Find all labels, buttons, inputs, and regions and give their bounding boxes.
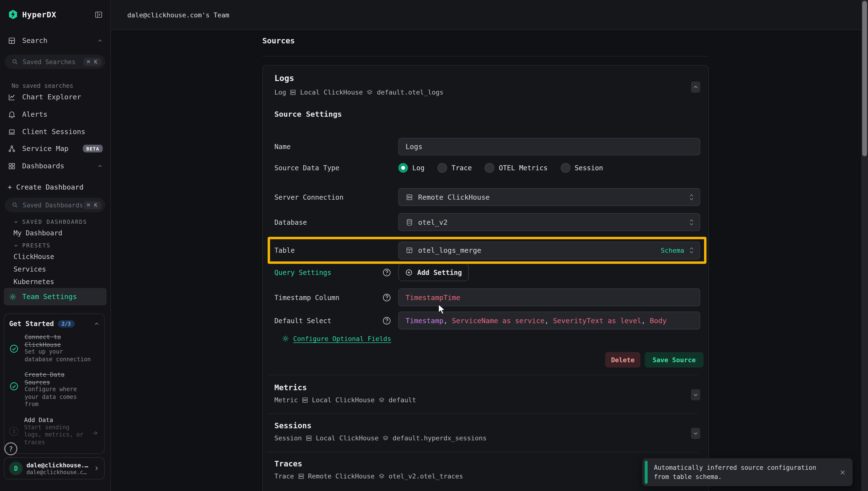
create-dashboard-button[interactable]: + Create Dashboard (0, 178, 111, 196)
expand-metrics-button[interactable] (691, 389, 700, 400)
sql-token: , (443, 317, 452, 324)
query-settings-text: Query Settings (274, 268, 331, 276)
radio-session[interactable]: Session (561, 163, 603, 173)
gear-icon (9, 292, 17, 301)
sidebar-item-my-dashboard[interactable]: My Dashboard (0, 227, 111, 239)
delete-label: Delete (611, 356, 635, 364)
search-icon (11, 202, 18, 208)
sidebar-item-label: Dashboards (22, 162, 64, 170)
beta-badge: BETA (83, 145, 103, 152)
step-title: Connect to ClickHouse (25, 333, 93, 348)
sidebar-item-label: Service Map (22, 145, 68, 152)
step-title: Create Data Sources (25, 371, 93, 386)
check-circle-icon (9, 381, 19, 408)
get-started-header[interactable]: Get Started 2/3 (9, 320, 99, 327)
team-settings-label: Team Settings (22, 293, 77, 300)
shortcut-badge: ⌘ K (83, 201, 101, 209)
step-number-badge: 3 (9, 427, 18, 436)
divider (262, 56, 709, 56)
close-icon[interactable] (840, 469, 846, 475)
scrollbar-thumb[interactable] (862, 1, 867, 156)
sidebar-item-chart-explorer[interactable]: Chart Explorer (0, 88, 111, 106)
sidebar-item-services[interactable]: Services (0, 263, 111, 276)
chevron-up-icon[interactable] (97, 163, 103, 169)
database-row: Database otel_v2 (274, 213, 700, 231)
help-circle-icon[interactable] (382, 316, 392, 325)
sidebar-item-team-settings[interactable]: Team Settings (4, 288, 107, 305)
add-setting-button[interactable]: Add Setting (398, 263, 469, 281)
help-circle-icon[interactable] (382, 267, 392, 277)
source-server: Remote ClickHouse (308, 472, 375, 480)
saved-dashboards-input[interactable]: Saved Dashboards ⌘ K (5, 198, 105, 212)
get-started-step-3[interactable]: 3 Add Data Start sending logs, metrics, … (9, 416, 99, 446)
chevron-down-icon (13, 220, 18, 224)
timestamp-column-label: Timestamp Column (274, 292, 398, 302)
sidebar-item-alerts[interactable]: Alerts (0, 106, 111, 123)
source-type: Log (274, 88, 286, 96)
sidebar-item-kubernetes[interactable]: Kubernetes (0, 276, 111, 288)
collapse-logs-button[interactable] (691, 82, 700, 93)
traces-section: Traces Trace Remote ClickHouse otel_v2.o… (274, 459, 700, 480)
get-started-step-2[interactable]: Create Data Sources Configure where your… (9, 371, 99, 408)
arrow-right-icon (92, 430, 98, 436)
sidebar-item-service-map[interactable]: Service Map BETA (0, 140, 111, 157)
group-presets[interactable]: PRESETS (0, 241, 111, 250)
gear-icon (281, 335, 289, 342)
chevron-up-icon[interactable] (94, 321, 99, 326)
logo-row: HyperDX (0, 6, 111, 23)
database-select[interactable]: otel_v2 (398, 213, 700, 231)
delete-button[interactable]: Delete (605, 352, 640, 368)
timestamp-column-input[interactable]: TimestampTime (398, 288, 700, 306)
sessions-subtitle: Session Local ClickHouse default.hyperdx… (274, 434, 700, 442)
sidebar-item-search[interactable]: Search (0, 32, 111, 49)
server-connection-select[interactable]: Remote ClickHouse (398, 188, 700, 206)
sidebar-item-label: Search (22, 37, 48, 45)
save-source-label: Save Source (653, 356, 696, 364)
hyperdx-logo-icon (8, 9, 18, 20)
sources-card: Logs Log Local ClickHouse default.otel_l… (262, 65, 709, 491)
sidebar-item-client-sessions[interactable]: Client Sessions (0, 123, 111, 140)
sidebar-item-label: Client Sessions (22, 128, 85, 136)
timestamp-column-value: TimestampTime (406, 293, 460, 301)
default-select-input[interactable]: Timestamp, ServiceName as service, Sever… (398, 312, 700, 329)
name-input[interactable]: Logs (398, 138, 700, 155)
chevron-up-icon[interactable] (97, 38, 103, 43)
configure-optional-fields-link[interactable]: Configure Optional Fields (281, 335, 391, 342)
radio-dot (438, 163, 447, 173)
user-menu[interactable]: D dale@clickhouse.… dale@clickhouse.c… (4, 457, 104, 480)
radio-log[interactable]: Log (398, 163, 425, 173)
chart-explorer-icon (8, 93, 16, 101)
name-label: Name (274, 143, 398, 150)
source-server: Local ClickHouse (312, 396, 375, 404)
source-server: Local ClickHouse (316, 434, 379, 442)
help-circle-icon[interactable] (382, 292, 392, 302)
search-icon (11, 58, 18, 65)
scrollbar-track[interactable] (861, 0, 868, 491)
source-data-type-label: Source Data Type (274, 164, 398, 172)
radio-trace[interactable]: Trace (438, 163, 472, 173)
sidebar-item-dashboards[interactable]: Dashboards (0, 157, 111, 175)
table-value: otel_logs_merge (418, 247, 481, 254)
step-desc: Start sending logs, metrics, or traces (24, 424, 93, 446)
sidebar-item-label: Chart Explorer (22, 93, 81, 101)
radio-otel-metrics[interactable]: OTEL Metrics (485, 163, 547, 173)
database-value: otel_v2 (418, 218, 448, 226)
group-saved-dashboards[interactable]: SAVED DASHBOARDS (0, 217, 111, 227)
collapse-sidebar-icon[interactable] (94, 10, 103, 19)
get-started-step-1[interactable]: Connect to ClickHouse Set up your databa… (9, 333, 99, 363)
help-button[interactable]: ? (4, 442, 18, 455)
configure-optional-fields-label: Configure Optional Fields (293, 335, 391, 342)
table-select[interactable]: otel_logs_merge Schema (398, 241, 700, 259)
source-table: otel_v2.otel_traces (389, 472, 463, 480)
sidebar-item-clickhouse[interactable]: ClickHouse (0, 250, 111, 263)
saved-searches-input[interactable]: Saved Searches ⌘ K (5, 55, 105, 69)
name-row: Name Logs (274, 138, 700, 155)
main-content: Sources Logs Log Local ClickHouse defaul… (111, 30, 861, 491)
sub-item-label: ClickHouse (13, 253, 54, 260)
server-connection-row: Server Connection Remote ClickHouse (274, 188, 700, 206)
expand-sessions-button[interactable] (691, 428, 700, 439)
avatar: D (9, 462, 23, 475)
schema-badge[interactable]: Schema (661, 247, 684, 254)
save-source-button[interactable]: Save Source (645, 352, 704, 368)
select-chevrons-icon (689, 247, 694, 254)
